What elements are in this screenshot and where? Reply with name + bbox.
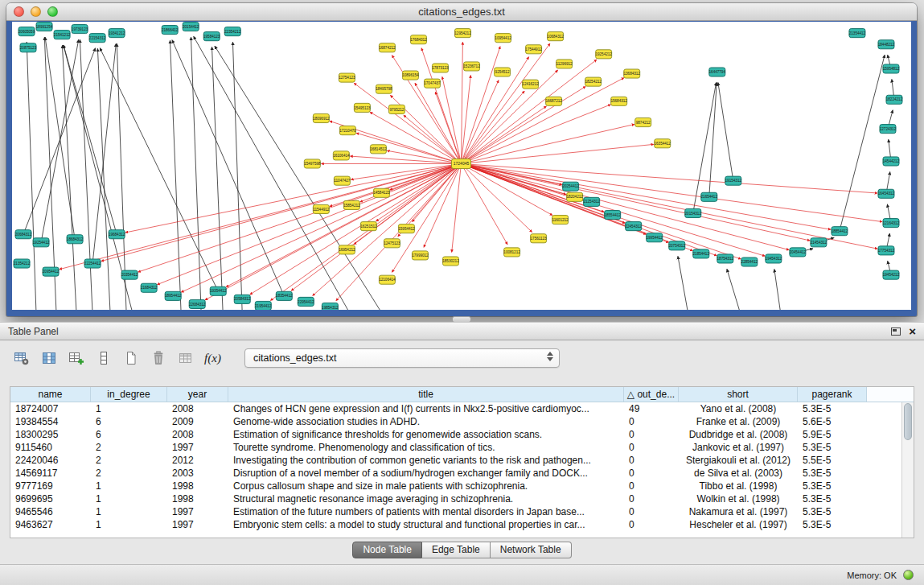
cell-out_degree[interactable]: 0 (624, 415, 679, 428)
graph-node[interactable]: 9254512 (495, 68, 511, 76)
graph-node[interactable]: 16687212 (545, 97, 562, 105)
cell-year[interactable]: 1998 (167, 492, 228, 505)
graph-node[interactable]: 1724045 (451, 159, 470, 168)
graph-node[interactable]: 19254412 (33, 238, 50, 247)
float-panel-icon[interactable] (891, 328, 901, 336)
cell-title[interactable]: Embryonic stem cells: a model to study s… (228, 518, 624, 531)
column-header-out_degree[interactable]: △ out_de... (624, 387, 679, 402)
graph-node[interactable]: 21354212 (14, 259, 31, 268)
column-header-year[interactable]: year (167, 387, 228, 402)
graph-node[interactable]: 22954412 (298, 297, 314, 306)
graph-node[interactable]: 22154312 (89, 34, 106, 43)
graph-node[interactable]: 12954212 (454, 29, 471, 38)
cell-in_degree[interactable]: 6 (91, 415, 167, 428)
graph-node[interactable]: 17544912 (525, 45, 542, 54)
cell-year[interactable]: 2009 (167, 415, 228, 428)
cell-name[interactable]: 9699695 (10, 492, 91, 505)
graph-node[interactable]: 20154412 (183, 23, 199, 31)
graph-node[interactable]: 19854312 (322, 303, 339, 310)
graph-node[interactable]: 18684312 (67, 235, 84, 244)
graph-node[interactable]: 17047437 (424, 79, 441, 88)
graph-node[interactable]: 16954212 (339, 245, 355, 254)
cell-title[interactable]: Estimation of the future numbers of pati… (228, 505, 624, 518)
graph-node[interactable]: 21866412 (162, 26, 179, 35)
cell-title[interactable]: Corpus callosum shape and size in male p… (228, 480, 624, 492)
graph-node[interactable]: 18754312 (717, 254, 734, 263)
graph-node[interactable]: 18495798 (376, 84, 392, 93)
graph-node[interactable]: 22684312 (189, 299, 206, 308)
cell-year[interactable]: 2003 (167, 467, 228, 480)
graph-node[interactable]: 20254412 (562, 182, 579, 191)
close-panel-icon[interactable]: × (909, 326, 916, 337)
graph-node[interactable]: 10081212 (503, 248, 520, 257)
cell-name[interactable]: 9115460 (10, 441, 91, 454)
graph-node[interactable]: 21654412 (701, 192, 718, 201)
graph-node[interactable]: 16814512 (370, 145, 387, 154)
graph-node[interactable]: 18204212 (566, 192, 583, 201)
graph-node[interactable]: 11544912 (313, 204, 330, 213)
graph-node[interactable]: 12164312 (883, 219, 900, 228)
graph-node[interactable]: 10954412 (495, 34, 511, 43)
delete-table-icon[interactable] (148, 348, 168, 369)
create-column-icon[interactable] (66, 348, 86, 369)
cell-year[interactable]: 1998 (167, 480, 228, 492)
graph-node[interactable]: 20454412 (790, 248, 807, 257)
cell-pagerank[interactable]: 5.9E-5 (798, 428, 867, 441)
graph-node[interactable]: 21684312 (141, 283, 158, 292)
cell-short[interactable]: Hescheler et al. (1997) (679, 518, 798, 531)
cell-short[interactable]: Stergiakouli et al. (2012) (679, 454, 798, 467)
cell-name[interactable]: 18300295 (10, 428, 91, 441)
cell-short[interactable]: Wolkin et al. (1998) (679, 492, 798, 505)
graph-node[interactable]: 18991254 (36, 23, 53, 31)
table-row[interactable]: 1938455462009Genome-wide association stu… (10, 415, 901, 428)
cell-name[interactable]: 22420046 (10, 454, 91, 467)
cell-in_degree[interactable]: 1 (91, 480, 167, 492)
graph-node[interactable]: 15954412 (398, 225, 415, 233)
table-row[interactable]: 946362711997Embryonic stem cells: a mode… (10, 518, 901, 531)
cell-name[interactable]: 9465546 (10, 505, 91, 518)
graph-node[interactable]: 18448212 (878, 40, 895, 49)
graph-node[interactable]: 21954412 (255, 301, 272, 310)
network-canvas[interactable]: 2060505918991254215412121973912322154312… (12, 22, 911, 310)
graph-node[interactable]: 19954412 (646, 233, 663, 242)
graph-node[interactable]: 15236712 (463, 62, 480, 71)
graph-node[interactable]: 21454312 (811, 238, 827, 247)
cell-short[interactable]: Dudbridge et al. (2008) (679, 428, 798, 441)
cell-year[interactable]: 2008 (167, 402, 228, 415)
cell-short[interactable]: Yano et al. (2008) (679, 402, 798, 415)
cell-in_degree[interactable]: 1 (91, 505, 167, 518)
cell-in_degree[interactable]: 2 (91, 441, 167, 454)
cell-out_degree[interactable]: 0 (624, 454, 679, 467)
cell-out_degree[interactable]: 0 (624, 428, 679, 441)
graph-node[interactable]: 20584312 (234, 295, 251, 303)
graph-node[interactable]: 18254212 (585, 77, 602, 86)
column-header-pagerank[interactable]: pagerank (798, 387, 867, 402)
graph-node[interactable]: 16106414 (333, 151, 350, 160)
cell-title[interactable]: Investigating the contribution of common… (228, 454, 624, 467)
graph-node[interactable]: 15497598 (304, 159, 321, 168)
cell-pagerank[interactable]: 5.3E-5 (798, 492, 867, 505)
column-header-in_degree[interactable]: in_degree (91, 387, 167, 402)
tab-network-table[interactable]: Network Table (491, 542, 572, 558)
cell-year[interactable]: 2008 (167, 428, 228, 441)
graph-node[interactable]: 15495123 (354, 103, 371, 112)
cell-name[interactable]: 14569117 (10, 467, 91, 480)
graph-node[interactable]: 17754312 (878, 246, 895, 255)
cell-short[interactable]: de Silva et al. (2003) (679, 467, 798, 480)
cell-year[interactable]: 2012 (167, 454, 228, 467)
table-row[interactable]: 977716911998Corpus callosum shape and si… (10, 480, 901, 492)
cell-title[interactable]: Estimation of significance thresholds fo… (228, 428, 624, 441)
tab-node-table[interactable]: Node Table (352, 542, 422, 558)
cell-title[interactable]: Disruption of a novel member of a sodium… (228, 467, 624, 480)
graph-node[interactable]: 9874212 (635, 118, 651, 127)
table-row[interactable]: 2242004622012Investigating the contribut… (10, 454, 901, 467)
graph-node[interactable]: 12475123 (384, 239, 400, 248)
graph-node[interactable]: 21354412 (849, 29, 866, 38)
cell-pagerank[interactable]: 5.3E-5 (798, 505, 867, 518)
cell-pagerank[interactable]: 5.3E-5 (798, 480, 867, 492)
table-row[interactable]: 1872400712008Changes of HCN gene express… (10, 402, 901, 415)
close-window-button[interactable] (14, 6, 24, 17)
graph-node[interactable]: 11296912 (556, 60, 573, 68)
vscrollbar-thumb[interactable] (904, 403, 912, 440)
graph-node[interactable]: 18554412 (604, 210, 621, 219)
